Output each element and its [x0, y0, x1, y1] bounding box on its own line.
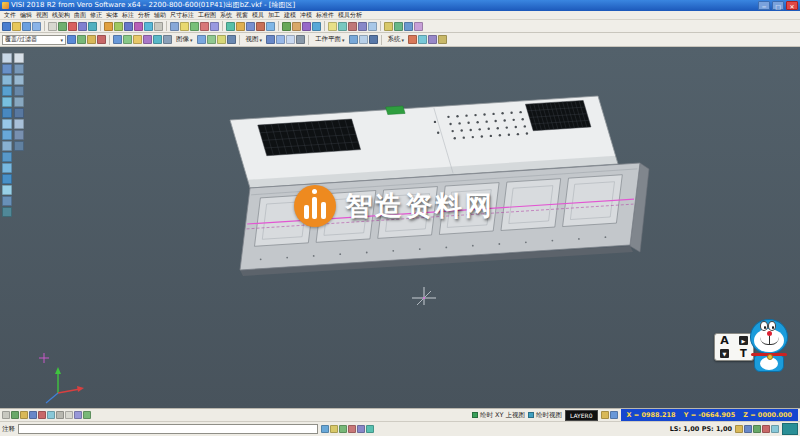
viewport-canvas[interactable] — [0, 47, 800, 408]
toolbar-menu-view[interactable]: 视图 ▾ — [243, 35, 266, 44]
toolbar-icon[interactable] — [348, 22, 357, 31]
toolbar-icon[interactable] — [2, 64, 12, 74]
toolbar-icon[interactable] — [359, 35, 368, 44]
toolbar-icon[interactable] — [266, 22, 275, 31]
menu-item[interactable]: 修正 — [88, 11, 104, 20]
menu-item[interactable]: 模具分析 — [336, 11, 364, 20]
toolbar-icon[interactable] — [394, 22, 403, 31]
toolbar-icon[interactable] — [2, 130, 12, 140]
toolbar-icon[interactable] — [2, 97, 12, 107]
toolbar-icon[interactable] — [104, 22, 113, 31]
toolbar-icon[interactable] — [369, 35, 378, 44]
toolbar-icon[interactable] — [2, 163, 12, 173]
toolbar-icon[interactable] — [197, 35, 206, 44]
menu-item[interactable]: 视窗 — [234, 11, 250, 20]
toolbar-icon[interactable] — [29, 411, 37, 419]
viewport[interactable]: 智造资料网 A ▶ ▼ T — [0, 47, 800, 408]
toolbar-icon[interactable] — [753, 425, 761, 433]
toolbar-icon[interactable] — [170, 22, 179, 31]
toolbar-icon[interactable] — [14, 141, 24, 151]
toolbar-icon[interactable] — [330, 425, 338, 433]
menu-item[interactable]: 系统 — [218, 11, 234, 20]
toolbar-icon[interactable] — [87, 35, 96, 44]
toolbar-icon[interactable] — [143, 35, 152, 44]
toolbar-icon[interactable] — [328, 22, 337, 31]
toolbar-icon[interactable] — [74, 411, 82, 419]
toolbar-icon[interactable] — [418, 35, 427, 44]
menu-item[interactable]: 曲面 — [72, 11, 88, 20]
filter-dropdown[interactable]: 覆盖/过滤器 ▾ — [2, 35, 66, 45]
toolbar-icon[interactable] — [48, 22, 57, 31]
toolbar-icon[interactable] — [65, 411, 73, 419]
menu-item[interactable]: 尺寸标注 — [168, 11, 196, 20]
toolbar-icon[interactable] — [58, 22, 67, 31]
toolbar-icon[interactable] — [358, 22, 367, 31]
menu-item[interactable]: 工程图 — [196, 11, 218, 20]
maximize-button[interactable]: □ — [772, 1, 784, 10]
toolbar-icon[interactable] — [134, 22, 143, 31]
toolbar-icon[interactable] — [144, 22, 153, 31]
menu-item[interactable]: 模具 — [250, 11, 266, 20]
toolbar-icon[interactable] — [67, 35, 76, 44]
toolbar-icon[interactable] — [78, 22, 87, 31]
toolbar-icon[interactable] — [12, 22, 21, 31]
menu-item[interactable]: 视图 — [34, 11, 50, 20]
toolbar-icon[interactable] — [14, 108, 24, 118]
toolbar-icon[interactable] — [2, 141, 12, 151]
toolbar-icon[interactable] — [292, 22, 301, 31]
toolbar-menu-system[interactable]: 系统 ▾ — [385, 35, 408, 44]
toolbar-icon[interactable] — [32, 22, 41, 31]
toolbar-icon[interactable] — [414, 22, 423, 31]
toolbar-icon[interactable] — [180, 22, 189, 31]
toolbar-icon[interactable] — [2, 174, 12, 184]
toolbar-icon[interactable] — [2, 53, 12, 63]
toolbar-icon[interactable] — [226, 22, 235, 31]
toolbar-icon[interactable] — [83, 411, 91, 419]
toolbar-icon[interactable] — [124, 22, 133, 31]
menu-item[interactable]: 线架构 — [50, 11, 72, 20]
toolbar-icon[interactable] — [321, 425, 329, 433]
toolbar-icon[interactable] — [312, 22, 321, 31]
menu-item[interactable]: 文件 — [2, 11, 18, 20]
toolbar-icon[interactable] — [14, 64, 24, 74]
toolbar-icon[interactable] — [246, 22, 255, 31]
menu-item[interactable]: 冲模 — [298, 11, 314, 20]
toolbar-icon[interactable] — [408, 35, 417, 44]
toolbar-icon[interactable] — [266, 35, 275, 44]
toolbar-icon[interactable] — [2, 22, 11, 31]
toolbar-icon[interactable] — [47, 411, 55, 419]
menu-item[interactable]: 分析 — [136, 11, 152, 20]
toolbar-icon[interactable] — [154, 22, 163, 31]
toolbar-icon[interactable] — [404, 22, 413, 31]
navcube-arrow-down-icon[interactable]: ▼ — [720, 349, 729, 358]
toolbar-icon[interactable] — [113, 35, 122, 44]
toolbar-icon[interactable] — [77, 35, 86, 44]
toolbar-icon[interactable] — [2, 152, 12, 162]
toolbar-icon[interactable] — [97, 35, 106, 44]
toolbar-icon[interactable] — [14, 119, 24, 129]
minimize-button[interactable]: ─ — [758, 1, 770, 10]
toolbar-icon[interactable] — [2, 108, 12, 118]
toolbar-icon[interactable] — [163, 35, 172, 44]
toolbar-icon[interactable] — [2, 119, 12, 129]
toolbar-icon[interactable] — [438, 35, 447, 44]
toolbar-icon[interactable] — [68, 22, 77, 31]
toolbar-icon[interactable] — [2, 185, 12, 195]
toolbar-icon[interactable] — [601, 411, 609, 419]
toolbar-icon[interactable] — [366, 425, 374, 433]
toolbar-icon[interactable] — [114, 22, 123, 31]
menu-item[interactable]: 标准件 — [314, 11, 336, 20]
toolbar-icon[interactable] — [20, 411, 28, 419]
toolbar-icon[interactable] — [2, 411, 10, 419]
toolbar-icon[interactable] — [38, 411, 46, 419]
toolbar-icon[interactable] — [349, 35, 358, 44]
toolbar-menu-image[interactable]: 图像 ▾ — [173, 35, 196, 44]
toolbar-icon[interactable] — [428, 35, 437, 44]
command-input[interactable] — [18, 424, 318, 434]
toolbar-icon[interactable] — [227, 35, 236, 44]
toolbar-icon[interactable] — [338, 22, 347, 31]
toolbar-icon[interactable] — [2, 75, 12, 85]
toolbar-icon[interactable] — [296, 35, 305, 44]
toolbar-icon[interactable] — [14, 97, 24, 107]
toolbar-icon[interactable] — [11, 411, 19, 419]
